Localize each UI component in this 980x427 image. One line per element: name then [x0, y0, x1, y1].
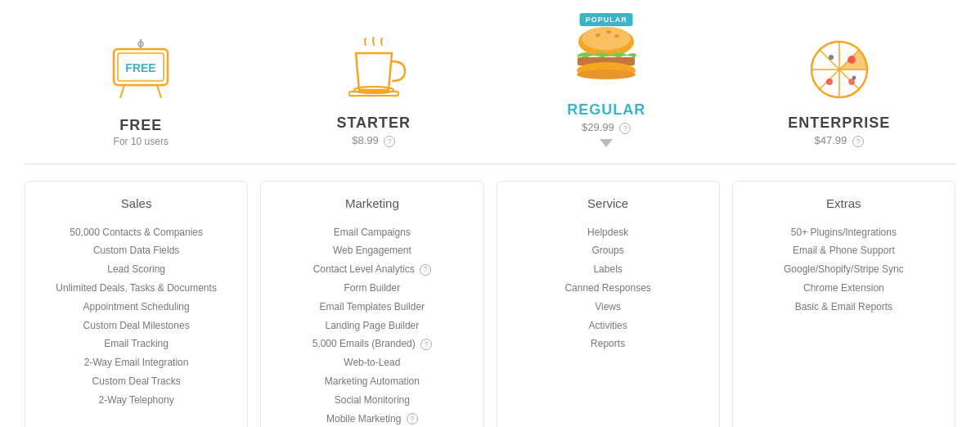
svg-point-26 — [852, 76, 856, 80]
plan-free[interactable]: FREE FREE For 10 users — [38, 35, 243, 147]
svg-point-25 — [829, 55, 834, 60]
list-item: Views — [506, 298, 711, 317]
list-item: 2-Way Telephony — [34, 391, 239, 410]
extras-feature-list: 50+ Plugins/Integrations Email & Phone S… — [741, 223, 946, 317]
sales-feature-box: Sales 50,000 Contacts & Companies Custom… — [25, 181, 248, 427]
list-item: Web Engagement — [269, 241, 474, 260]
list-item: 2-Way Email Integration — [34, 353, 239, 372]
plan-regular[interactable]: POPULAR — [504, 16, 708, 147]
sales-title: Sales — [34, 196, 239, 210]
list-item: Chrome Extension — [741, 279, 946, 298]
list-item: Lead Scoring — [34, 260, 239, 279]
starter-info-icon[interactable]: ? — [384, 136, 395, 147]
svg-point-23 — [826, 79, 833, 85]
plans-header: FREE FREE For 10 users — [25, 16, 955, 164]
starter-plan-name: STARTER — [336, 115, 411, 132]
list-item: Reports — [506, 335, 711, 353]
selected-plan-arrow — [600, 139, 613, 147]
svg-point-10 — [582, 27, 631, 50]
free-icon-area: FREE — [100, 35, 182, 109]
svg-line-6 — [157, 85, 161, 98]
enterprise-info-icon[interactable]: ? — [852, 136, 864, 147]
marketing-feature-list: Email Campaigns Web Engagement Contact L… — [269, 223, 474, 427]
list-item: Email Tracking — [34, 335, 239, 353]
list-item: Google/Shopify/Stripe Sync — [741, 260, 946, 279]
list-item: Custom Data Fields — [34, 241, 239, 260]
marketing-title: Marketing — [269, 196, 474, 210]
service-feature-list: Helpdesk Groups Labels Canned Responses … — [506, 223, 711, 354]
list-item: Groups — [506, 241, 711, 260]
list-item: Form Builder — [269, 279, 474, 298]
starter-icon-area — [333, 33, 415, 106]
list-item: Web-to-Lead — [269, 353, 474, 372]
regular-plan-price: $29.99 ? — [582, 121, 631, 134]
popular-badge: POPULAR — [580, 13, 633, 26]
marketing-feature-box: Marketing Email Campaigns Web Engagement… — [260, 181, 483, 427]
starter-plan-price: $8.99 ? — [352, 134, 395, 147]
regular-icon-area — [565, 20, 647, 93]
svg-point-22 — [847, 56, 856, 64]
regular-plan-name: REGULAR — [567, 101, 645, 119]
list-item: Mobile Marketing ? — [269, 410, 474, 427]
svg-line-5 — [120, 85, 124, 98]
free-plan-name: FREE — [119, 117, 162, 134]
service-title: Service — [506, 196, 711, 210]
list-item: Canned Responses — [506, 279, 711, 298]
list-item: 5,000 Emails (Branded) ? — [269, 335, 474, 353]
enterprise-plan-price: $47.99 ? — [815, 134, 864, 147]
list-item: Social Monitoring — [269, 391, 474, 410]
list-item: Labels — [506, 260, 711, 279]
list-item: 50+ Plugins/Integrations — [741, 223, 946, 242]
contact-analytics-info-icon[interactable]: ? — [420, 264, 431, 276]
list-item: 50,000 Contacts & Companies — [34, 223, 239, 242]
svg-point-16 — [577, 70, 636, 79]
list-item: Contact Level Analytics ? — [269, 260, 474, 279]
page-wrapper: FREE FREE For 10 users — [0, 0, 980, 427]
plan-enterprise[interactable]: ENTERPRISE $47.99 ? — [737, 33, 942, 147]
list-item: Custom Deal Milestones — [34, 317, 239, 335]
list-item: Custom Deal Tracks — [34, 372, 239, 391]
enterprise-plan-name: ENTERPRISE — [788, 115, 890, 132]
list-item: Helpdesk — [506, 223, 711, 242]
plan-starter[interactable]: STARTER $8.99 ? — [272, 33, 476, 147]
service-feature-box: Service Helpdesk Groups Labels Canned Re… — [497, 181, 720, 427]
features-row: Sales 50,000 Contacts & Companies Custom… — [25, 181, 955, 427]
enterprise-icon-area — [798, 33, 880, 106]
emails-info-icon[interactable]: ? — [420, 339, 432, 350]
svg-text:FREE: FREE — [126, 61, 156, 74]
list-item: Marketing Automation — [269, 372, 474, 391]
mobile-marketing-info-icon[interactable]: ? — [407, 413, 418, 425]
list-item: Email & Phone Support — [741, 241, 946, 260]
list-item: Email Campaigns — [269, 223, 474, 242]
free-plan-sub: For 10 users — [114, 136, 169, 147]
extras-title: Extras — [741, 196, 946, 210]
list-item: Landing Page Builder — [269, 317, 474, 335]
list-item: Activities — [506, 317, 711, 335]
extras-feature-box: Extras 50+ Plugins/Integrations Email & … — [732, 181, 955, 427]
list-item: Unlimited Deals, Tasks & Documents — [34, 279, 239, 298]
list-item: Basic & Email Reports — [741, 298, 946, 317]
list-item: Email Templates Builder — [269, 298, 474, 317]
list-item: Appointment Scheduling — [34, 298, 239, 317]
sales-feature-list: 50,000 Contacts & Companies Custom Data … — [34, 223, 239, 410]
regular-info-icon[interactable]: ? — [619, 123, 631, 134]
